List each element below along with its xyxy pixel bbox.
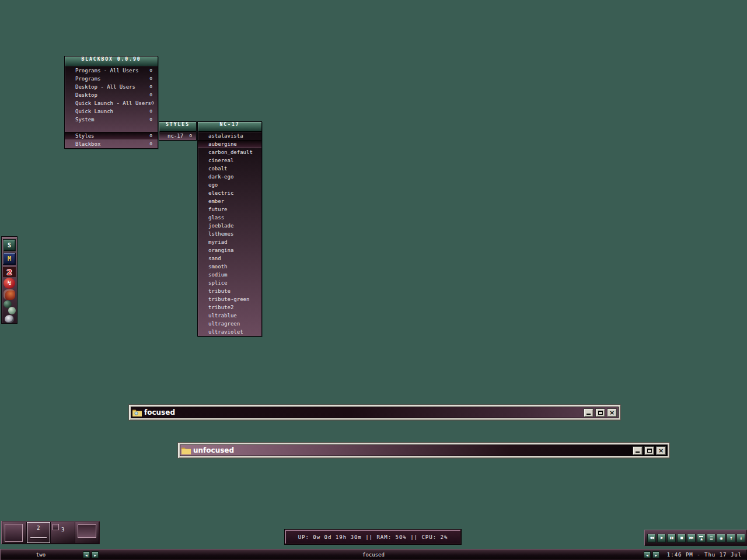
pager-workspace-2[interactable]: 2 <box>27 522 51 543</box>
submenu-bullet-icon: o <box>149 140 152 148</box>
folder-icon <box>181 447 191 454</box>
style-menu-item[interactable]: cinereal <box>198 156 261 164</box>
toolbar: two ◀ ▶ focused ◀ ▶ 1:46 PM - Thu 17 Jul <box>0 549 747 560</box>
playlist-icon: ≡ <box>710 536 712 540</box>
menu-item[interactable]: Desktop - All Users o <box>65 83 158 91</box>
root-menu: BLACKBOX 0.0.90 Programs - All Users o P… <box>64 56 158 149</box>
pager-window[interactable] <box>30 537 47 538</box>
globe-light-icon[interactable] <box>8 307 16 314</box>
style-menu-item[interactable]: tribute2 <box>198 303 261 312</box>
workspace-prev-button[interactable]: ◀ <box>83 551 90 558</box>
close-button[interactable]: × <box>607 408 617 417</box>
style-menu-item[interactable]: ego <box>198 181 261 189</box>
stop-button[interactable]: ■ <box>677 534 686 542</box>
maximize-button[interactable] <box>595 408 605 417</box>
style-menu-item[interactable]: lsthemes <box>198 230 261 238</box>
maximize-icon <box>647 449 652 453</box>
maximize-button[interactable] <box>644 446 654 455</box>
minimize-button[interactable] <box>584 408 594 417</box>
styles-menu-title[interactable]: STYLES <box>159 122 196 132</box>
submenu-bullet-icon: o <box>189 132 192 140</box>
pause-button[interactable]: ▮▮ <box>667 534 676 542</box>
eject-button[interactable]: ▲ <box>697 534 706 542</box>
menu-item[interactable]: System o <box>65 116 158 124</box>
record-button[interactable]: ◉ <box>717 534 725 542</box>
red-lightning-icon[interactable]: ↯ <box>4 278 15 289</box>
style-menu-item[interactable]: glass <box>198 214 261 222</box>
rewind-icon: ◀◀ <box>650 536 653 540</box>
style-menu-item[interactable]: dark-ego <box>198 173 261 181</box>
menu-item[interactable]: Quick Launch - All Users o <box>65 99 158 107</box>
fast-forward-icon: ▶▶ <box>689 536 693 540</box>
rewind-button[interactable]: ◀◀ <box>647 534 656 542</box>
menu-item[interactable]: Desktop o <box>65 91 158 99</box>
window-title: focused <box>144 408 175 416</box>
dock-m-button[interactable]: M <box>3 253 16 265</box>
nc17-menu-title[interactable]: NC-17 <box>198 122 261 132</box>
style-menu-item[interactable]: orangina <box>198 246 261 254</box>
pager-workspace-3[interactable]: 3 <box>51 522 75 543</box>
record-icon: ◉ <box>720 536 722 540</box>
titlebar-focused[interactable]: focused × <box>131 407 619 418</box>
titlebar-unfocused[interactable]: unfocused × <box>180 444 668 456</box>
style-menu-item[interactable]: joeblade <box>198 222 261 230</box>
style-menu-item[interactable]: myriad <box>198 238 261 246</box>
menu-item[interactable]: nc-17 o <box>159 132 196 140</box>
style-menu-item[interactable]: ultraviolet <box>198 328 261 336</box>
maximize-icon <box>598 411 603 415</box>
stop-icon: ■ <box>680 536 682 540</box>
style-menu-item[interactable]: sand <box>198 254 261 262</box>
style-menu-item[interactable]: cobalt <box>198 164 261 173</box>
clock[interactable]: 1:46 PM - Thu 17 Jul <box>664 550 745 560</box>
style-menu-item[interactable]: carbon_default <box>198 148 261 156</box>
pager-window[interactable] <box>78 524 96 538</box>
volume-down-button[interactable]: ↓ <box>736 534 745 542</box>
play-button[interactable]: ▶ <box>657 534 666 542</box>
fast-forward-button[interactable]: ▶▶ <box>687 534 696 542</box>
dock-s-button[interactable]: S <box>3 239 16 251</box>
close-icon: × <box>609 410 615 416</box>
style-menu-item[interactable]: tribute <box>198 287 261 295</box>
menu-item[interactable]: Blackbox o <box>65 140 158 148</box>
submenu-bullet-icon: o <box>149 107 152 116</box>
root-menu-title[interactable]: BLACKBOX 0.0.90 <box>65 57 158 66</box>
volume-up-button[interactable]: ↑ <box>727 534 735 542</box>
window-next-button[interactable]: ▶ <box>652 551 659 558</box>
active-window-label: focused <box>117 550 630 560</box>
style-menu-item[interactable]: ember <box>198 197 261 205</box>
pager-workspace-1[interactable] <box>2 522 26 543</box>
arrow-left-icon: ◀ <box>85 553 88 557</box>
menu-item[interactable]: Quick Launch o <box>65 107 158 116</box>
style-menu-item[interactable]: ultrablue <box>198 312 261 320</box>
style-menu-item[interactable]: smooth <box>198 262 261 271</box>
workspace-next-button[interactable]: ▶ <box>92 551 99 558</box>
workspace-label[interactable]: two <box>0 550 82 560</box>
playlist-button[interactable]: ≡ <box>707 534 715 542</box>
style-menu-item[interactable]: astalavista <box>198 132 261 140</box>
style-menu-item[interactable]: ultragreen <box>198 320 261 328</box>
menu-item[interactable]: Styles o <box>65 132 158 140</box>
shell-icon[interactable] <box>5 315 14 323</box>
menu-item[interactable]: Programs o <box>65 75 158 83</box>
pager-workspace-4[interactable] <box>75 522 99 543</box>
arrow-right-icon: ▶ <box>94 553 96 557</box>
style-menu-item[interactable]: electric <box>198 189 261 197</box>
pager-window[interactable] <box>5 524 23 542</box>
dock-slit: S M 2 ↯ <box>1 236 18 324</box>
winamp-2-icon[interactable]: 2 <box>3 267 16 277</box>
style-menu-item[interactable]: tribute-green <box>198 295 261 303</box>
pager-window[interactable] <box>53 524 59 530</box>
system-info-text: UP: 0w 0d 19h 30m || RAM: 50% || CPU: 2% <box>298 534 448 540</box>
desktop: BLACKBOX 0.0.90 Programs - All Users o P… <box>0 0 747 560</box>
dragon-icon[interactable] <box>4 289 15 300</box>
window-prev-button[interactable]: ◀ <box>644 551 651 558</box>
style-menu-item[interactable]: sodium <box>198 271 261 279</box>
style-menu-item[interactable]: splice <box>198 279 261 287</box>
style-menu-item[interactable]: future <box>198 205 261 214</box>
style-menu-item[interactable]: aubergine <box>198 140 261 148</box>
folder-icon <box>132 409 142 416</box>
arrow-left-icon: ◀ <box>646 553 648 557</box>
minimize-button[interactable] <box>633 446 643 455</box>
close-button[interactable]: × <box>656 446 666 455</box>
menu-item[interactable]: Programs - All Users o <box>65 66 158 75</box>
